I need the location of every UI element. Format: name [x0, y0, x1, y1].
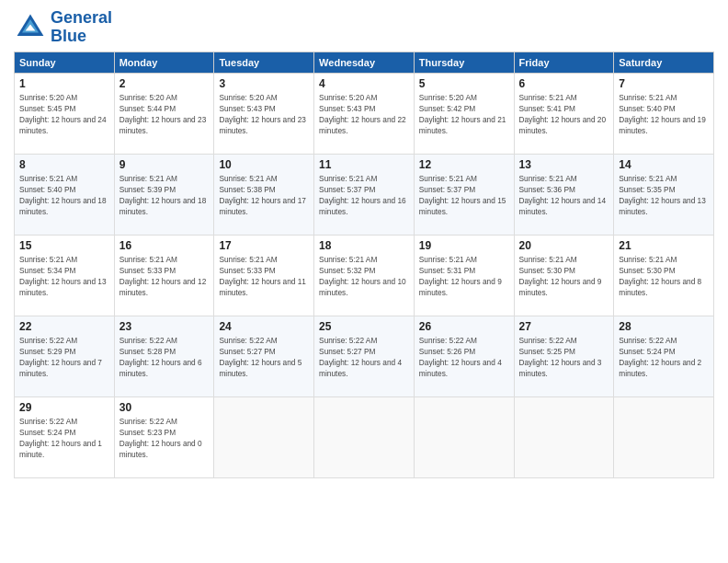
day-info: Sunrise: 5:22 AM Sunset: 5:29 PM Dayligh… — [19, 335, 109, 379]
daylight-text: Daylight: 12 hours and 15 minutes. — [419, 196, 506, 216]
day-info: Sunrise: 5:21 AM Sunset: 5:38 PM Dayligh… — [219, 173, 309, 217]
daylight-text: Daylight: 12 hours and 20 minutes. — [519, 115, 607, 135]
day-info: Sunrise: 5:22 AM Sunset: 5:24 PM Dayligh… — [619, 335, 709, 379]
day-info: Sunrise: 5:22 AM Sunset: 5:27 PM Dayligh… — [219, 335, 309, 379]
sunrise-text: Sunrise: 5:21 AM — [119, 174, 177, 183]
sunset-text: Sunset: 5:23 PM — [119, 428, 176, 437]
header: General Blue — [14, 9, 714, 46]
day-cell: 20 Sunrise: 5:21 AM Sunset: 5:30 PM Dayl… — [514, 235, 614, 316]
sunrise-text: Sunrise: 5:22 AM — [619, 336, 677, 345]
day-number: 20 — [519, 239, 609, 252]
sunrise-text: Sunrise: 5:21 AM — [519, 255, 577, 264]
day-info: Sunrise: 5:21 AM Sunset: 5:30 PM Dayligh… — [619, 254, 709, 298]
sunset-text: Sunset: 5:28 PM — [119, 347, 176, 356]
sunrise-text: Sunrise: 5:22 AM — [19, 417, 77, 426]
day-cell: 25 Sunrise: 5:22 AM Sunset: 5:27 PM Dayl… — [314, 316, 415, 396]
day-number: 19 — [419, 239, 509, 252]
day-info: Sunrise: 5:21 AM Sunset: 5:40 PM Dayligh… — [619, 92, 709, 136]
sunset-text: Sunset: 5:30 PM — [519, 266, 575, 275]
day-info: Sunrise: 5:21 AM Sunset: 5:33 PM Dayligh… — [219, 254, 309, 298]
day-number: 28 — [619, 320, 709, 333]
sunset-text: Sunset: 5:27 PM — [219, 347, 275, 356]
day-number: 22 — [19, 320, 109, 333]
day-number: 17 — [219, 239, 309, 252]
sunset-text: Sunset: 5:36 PM — [519, 185, 575, 194]
sunset-text: Sunset: 5:38 PM — [219, 185, 275, 194]
day-number: 9 — [119, 158, 210, 171]
sunrise-text: Sunrise: 5:21 AM — [419, 174, 477, 183]
day-cell: 19 Sunrise: 5:21 AM Sunset: 5:31 PM Dayl… — [414, 235, 514, 316]
day-info: Sunrise: 5:21 AM Sunset: 5:30 PM Dayligh… — [519, 254, 609, 298]
day-cell: 28 Sunrise: 5:22 AM Sunset: 5:24 PM Dayl… — [614, 316, 714, 396]
sunrise-text: Sunrise: 5:21 AM — [119, 255, 177, 264]
sunrise-text: Sunrise: 5:20 AM — [219, 93, 277, 102]
sunset-text: Sunset: 5:25 PM — [519, 347, 575, 356]
logo-icon — [14, 11, 47, 44]
sunset-text: Sunset: 5:37 PM — [419, 185, 475, 194]
day-number: 24 — [219, 320, 309, 333]
daylight-text: Daylight: 12 hours and 10 minutes. — [319, 277, 406, 297]
sunrise-text: Sunrise: 5:20 AM — [19, 93, 77, 102]
sunrise-text: Sunrise: 5:21 AM — [19, 255, 77, 264]
day-number: 3 — [219, 77, 309, 90]
day-info: Sunrise: 5:21 AM Sunset: 5:34 PM Dayligh… — [19, 254, 109, 298]
day-number: 16 — [119, 239, 210, 252]
day-cell: 18 Sunrise: 5:21 AM Sunset: 5:32 PM Dayl… — [314, 235, 415, 316]
sunset-text: Sunset: 5:42 PM — [419, 104, 475, 113]
day-info: Sunrise: 5:21 AM Sunset: 5:33 PM Dayligh… — [119, 254, 210, 298]
daylight-text: Daylight: 12 hours and 18 minutes. — [119, 196, 207, 216]
day-cell — [214, 396, 314, 477]
day-cell — [414, 396, 514, 477]
daylight-text: Daylight: 12 hours and 17 minutes. — [219, 196, 306, 216]
sunset-text: Sunset: 5:30 PM — [619, 266, 675, 275]
daylight-text: Daylight: 12 hours and 9 minutes. — [519, 277, 602, 297]
day-cell: 7 Sunrise: 5:21 AM Sunset: 5:40 PM Dayli… — [614, 73, 714, 154]
daylight-text: Daylight: 12 hours and 13 minutes. — [619, 196, 706, 216]
day-number: 4 — [319, 77, 409, 90]
day-number: 7 — [619, 77, 709, 90]
week-row-1: 1 Sunrise: 5:20 AM Sunset: 5:45 PM Dayli… — [15, 73, 714, 154]
sunset-text: Sunset: 5:32 PM — [319, 266, 375, 275]
day-cell: 8 Sunrise: 5:21 AM Sunset: 5:40 PM Dayli… — [15, 154, 115, 235]
day-number: 27 — [519, 320, 609, 333]
sunset-text: Sunset: 5:34 PM — [19, 266, 75, 275]
daylight-text: Daylight: 12 hours and 14 minutes. — [519, 196, 607, 216]
day-info: Sunrise: 5:21 AM Sunset: 5:37 PM Dayligh… — [419, 173, 509, 217]
daylight-text: Daylight: 12 hours and 3 minutes. — [519, 358, 602, 378]
sunset-text: Sunset: 5:40 PM — [19, 185, 75, 194]
day-info: Sunrise: 5:21 AM Sunset: 5:36 PM Dayligh… — [519, 173, 609, 217]
day-cell: 23 Sunrise: 5:22 AM Sunset: 5:28 PM Dayl… — [114, 316, 214, 396]
sunrise-text: Sunrise: 5:22 AM — [519, 336, 577, 345]
sunrise-text: Sunrise: 5:20 AM — [119, 93, 177, 102]
col-thursday: Thursday — [414, 52, 514, 73]
day-cell: 29 Sunrise: 5:22 AM Sunset: 5:24 PM Dayl… — [15, 396, 115, 477]
sunset-text: Sunset: 5:37 PM — [319, 185, 375, 194]
sunset-text: Sunset: 5:43 PM — [319, 104, 375, 113]
sunrise-text: Sunrise: 5:21 AM — [619, 93, 677, 102]
daylight-text: Daylight: 12 hours and 8 minutes. — [619, 277, 701, 297]
day-info: Sunrise: 5:22 AM Sunset: 5:28 PM Dayligh… — [119, 335, 210, 379]
sunset-text: Sunset: 5:39 PM — [119, 185, 176, 194]
daylight-text: Daylight: 12 hours and 23 minutes. — [219, 115, 306, 135]
day-cell: 27 Sunrise: 5:22 AM Sunset: 5:25 PM Dayl… — [514, 316, 614, 396]
day-number: 14 — [619, 158, 709, 171]
day-number: 23 — [119, 320, 210, 333]
col-friday: Friday — [514, 52, 614, 73]
day-number: 26 — [419, 320, 509, 333]
day-number: 6 — [519, 77, 609, 90]
daylight-text: Daylight: 12 hours and 19 minutes. — [619, 115, 706, 135]
sunrise-text: Sunrise: 5:21 AM — [19, 174, 77, 183]
day-number: 18 — [319, 239, 409, 252]
day-cell: 2 Sunrise: 5:20 AM Sunset: 5:44 PM Dayli… — [114, 73, 214, 154]
day-info: Sunrise: 5:21 AM Sunset: 5:31 PM Dayligh… — [419, 254, 509, 298]
day-number: 8 — [19, 158, 109, 171]
day-number: 21 — [619, 239, 709, 252]
daylight-text: Daylight: 12 hours and 18 minutes. — [19, 196, 107, 216]
sunrise-text: Sunrise: 5:22 AM — [19, 336, 77, 345]
day-cell: 6 Sunrise: 5:21 AM Sunset: 5:41 PM Dayli… — [514, 73, 614, 154]
sunrise-text: Sunrise: 5:20 AM — [319, 93, 377, 102]
sunrise-text: Sunrise: 5:22 AM — [119, 336, 177, 345]
col-saturday: Saturday — [614, 52, 714, 73]
sunrise-text: Sunrise: 5:22 AM — [419, 336, 477, 345]
day-info: Sunrise: 5:22 AM Sunset: 5:23 PM Dayligh… — [119, 416, 210, 460]
